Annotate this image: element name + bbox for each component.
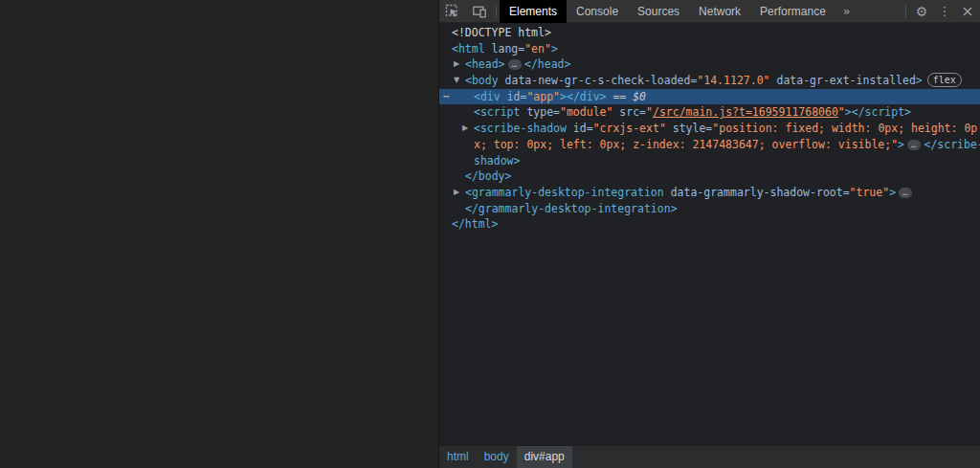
- breadcrumb-item-div#app[interactable]: div#app: [517, 446, 572, 468]
- dom-token: data-grammarly-shadow-root=: [671, 186, 850, 199]
- dom-tree-line[interactable]: ▼<body data-new-gr-c-s-check-loaded="14.…: [439, 73, 980, 89]
- dom-token: </body>: [465, 169, 511, 183]
- dom-token: x; top: 0px; left: 0px; z-index: 2147483…: [474, 138, 898, 151]
- devtools-panel: ElementsConsoleSourcesNetworkPerformance…: [438, 0, 980, 468]
- dom-tree-line[interactable]: </body>: [439, 168, 980, 185]
- dom-token: data-gr-ext-installed: [776, 74, 915, 87]
- dom-token: id=: [573, 122, 593, 135]
- settings-gear-icon[interactable]: ⚙: [909, 0, 934, 23]
- page-background: [0, 0, 438, 468]
- tab-performance[interactable]: Performance: [750, 0, 835, 23]
- breadcrumb-item-body[interactable]: body: [477, 446, 517, 468]
- dom-token: "en": [524, 42, 551, 56]
- dom-token: "position: fixed; width: 0px; height: 0p: [712, 122, 977, 135]
- dom-tree-line[interactable]: ⋯<div id="app"></div> == $0: [439, 89, 980, 105]
- dom-token: shadow>: [474, 154, 520, 167]
- dom-token: >: [551, 42, 558, 56]
- dom-token: <!DOCTYPE html>: [452, 26, 551, 39]
- close-devtools-icon[interactable]: ×: [955, 0, 980, 23]
- inspect-element-icon[interactable]: [439, 0, 466, 23]
- dom-token: <script: [474, 105, 526, 119]
- dom-tree: <!DOCTYPE html><html lang="en">▶<head>…<…: [439, 23, 980, 447]
- dom-token: src=: [619, 105, 646, 119]
- dom-token: </html>: [452, 217, 498, 231]
- dom-token: <grammarly-desktop-integration: [465, 186, 671, 199]
- tab-console[interactable]: Console: [567, 0, 628, 23]
- ellipsis-button[interactable]: …: [907, 140, 921, 150]
- dom-token: style=: [673, 122, 713, 135]
- dom-token: "crxjs-ext": [593, 122, 666, 135]
- dom-token: ": [646, 105, 653, 119]
- dom-tree-line[interactable]: <script type="module" src="/src/main.js?…: [439, 104, 980, 121]
- flex-badge[interactable]: flex: [927, 73, 962, 87]
- dom-token: ></script>: [845, 105, 911, 119]
- dom-tree-line[interactable]: </html>: [439, 216, 980, 233]
- dom-token: "true": [850, 186, 890, 199]
- dom-token: "app": [526, 90, 560, 103]
- dom-tree-line[interactable]: ▶<grammarly-desktop-integration data-gra…: [439, 185, 980, 201]
- tab-strip: ElementsConsoleSourcesNetworkPerformance: [500, 0, 835, 23]
- row-actions-icon[interactable]: ⋯: [443, 89, 451, 105]
- toolbar-divider-right: [905, 5, 906, 18]
- dom-token: <div: [474, 90, 507, 103]
- dom-token: data-new-gr-c-s-check-loaded=: [505, 74, 698, 87]
- breadcrumb-bar: htmlbodydiv#app: [439, 445, 980, 468]
- chevron-collapsed-icon[interactable]: ▶: [462, 121, 468, 137]
- dom-token: </head>: [524, 57, 570, 71]
- more-tabs-icon[interactable]: »: [835, 4, 858, 18]
- dom-token: ": [838, 105, 845, 119]
- dom-token: <body: [465, 74, 505, 87]
- tab-elements[interactable]: Elements: [500, 0, 567, 23]
- dom-token: </grammarly-desktop-integration>: [465, 202, 678, 215]
- dom-token: </scribe-: [924, 138, 980, 151]
- dom-tree-line[interactable]: x; top: 0px; left: 0px; z-index: 2147483…: [439, 137, 980, 153]
- dom-tree-line[interactable]: shadow>: [439, 153, 980, 169]
- breadcrumb-item-html[interactable]: html: [439, 446, 477, 468]
- source-link[interactable]: /src/main.js?t=1695911768060: [653, 105, 838, 119]
- dom-token: "14.1127.0": [697, 74, 769, 87]
- dom-token: >: [898, 138, 904, 151]
- dom-tree-line[interactable]: </grammarly-desktop-integration>: [439, 201, 980, 217]
- dom-token: <scribe-shadow: [474, 122, 573, 135]
- dom-tree-line[interactable]: ▶<head>…</head>: [439, 56, 980, 73]
- dom-token: "module": [560, 105, 612, 119]
- tab-sources[interactable]: Sources: [628, 0, 689, 23]
- ellipsis-button[interactable]: …: [508, 59, 522, 70]
- chevron-expanded-icon[interactable]: ▼: [454, 73, 459, 89]
- devtools-toolbar: ElementsConsoleSourcesNetworkPerformance…: [439, 0, 980, 23]
- dom-token: >: [889, 186, 896, 199]
- dom-token: id=: [507, 90, 527, 103]
- dom-token: <head>: [465, 57, 505, 71]
- toolbar-divider: [496, 5, 497, 18]
- chevron-collapsed-icon[interactable]: ▶: [454, 56, 459, 73]
- chevron-collapsed-icon[interactable]: ▶: [454, 185, 459, 201]
- dom-tree-line[interactable]: <!DOCTYPE html>: [439, 25, 980, 41]
- dom-token: lang=: [492, 42, 525, 56]
- dom-token: == $0: [607, 90, 647, 103]
- dom-token: >: [916, 74, 923, 87]
- dom-token: <html: [452, 42, 492, 56]
- dom-token: type=: [526, 105, 560, 119]
- dom-token: [666, 122, 673, 135]
- tab-network[interactable]: Network: [689, 0, 750, 23]
- device-toolbar-icon[interactable]: [466, 0, 493, 23]
- dom-tree-line[interactable]: <html lang="en">: [439, 41, 980, 57]
- kebab-menu-icon[interactable]: ⋮: [934, 0, 955, 23]
- dom-tree-line[interactable]: ▶<scribe-shadow id="crxjs-ext" style="po…: [439, 121, 980, 137]
- dom-token: ></div>: [560, 90, 606, 103]
- ellipsis-button[interactable]: …: [899, 188, 912, 198]
